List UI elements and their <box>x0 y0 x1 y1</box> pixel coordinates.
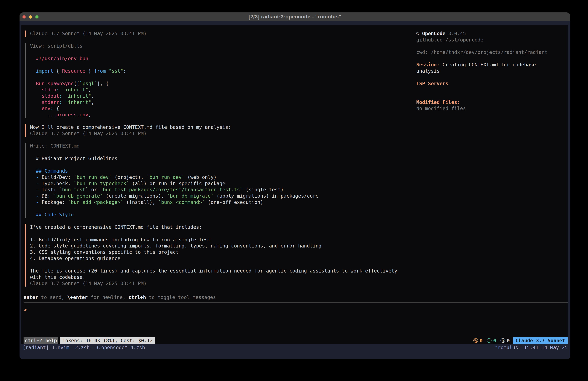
terminal-line: Now I'll create a comprehensive CONTEXT.… <box>30 124 412 131</box>
tmux-status-bar: [radiant] 1:nvim 2:zsh- 3:opencode* 4:zs… <box>20 344 570 359</box>
warnings-icon: ⓦ <box>473 337 478 344</box>
tmux-windows[interactable]: [radiant] 1:nvim 2:zsh- 3:opencode* 4:zs… <box>22 344 145 351</box>
assistant-message-summary: I've created a comprehensive CONTEXT.md … <box>25 224 412 287</box>
titlebar: [2/3] radiant:3:opencode - "romulus" <box>20 12 570 21</box>
assistant-accent-bar <box>25 30 26 37</box>
terminal-line: with this codebase. <box>30 274 412 280</box>
terminal-line: 4. Database operations guidance <box>30 255 412 262</box>
opencode-screen: Claude 3.7 Sonnet (14 May 2025 03:41 PM)… <box>21 25 568 344</box>
terminal-line: stdin: "inherit", <box>30 87 412 93</box>
terminal-line: Claude 3.7 Sonnet (14 May 2025 03:41 PM) <box>30 131 412 137</box>
tool-view-script-db: View: script/db.ts #!/usr/bin/env bun im… <box>25 43 412 118</box>
terminal-line: I've created a comprehensive CONTEXT.md … <box>30 224 412 230</box>
terminal-line: ## Code Style <box>30 212 412 218</box>
terminal-line <box>416 93 565 99</box>
terminal-line <box>30 62 412 68</box>
tool-accent-bar <box>25 43 26 118</box>
conversation: Claude 3.7 Sonnet (14 May 2025 03:41 PM)… <box>25 30 412 293</box>
terminal-line <box>30 74 412 81</box>
terminal-line: stderr: "inherit", <box>30 99 412 106</box>
assistant-accent-bar <box>25 224 26 287</box>
hints-count: 0 <box>507 338 510 344</box>
terminal-line <box>416 74 565 81</box>
terminal-line: Write: CONTEXT.md <box>30 143 412 149</box>
terminal-line: env: { <box>30 105 412 112</box>
terminal-line: Bun.spawnSync([`psql`], { <box>30 81 412 87</box>
terminal-line <box>30 262 412 268</box>
tool-accent-bar <box>25 143 26 218</box>
info-icon: ⓘ <box>487 337 492 344</box>
window-title: [2/3] radiant:3:opencode - "romulus" <box>249 14 341 20</box>
terminal-line: - Package: `bun add <package>` (install)… <box>30 199 412 205</box>
keybinding-hint: enter to send, \+enter for newline, ctrl… <box>23 294 216 301</box>
diagnostics: ⓦ0ⓘ0ⓗ0 <box>469 337 510 344</box>
assistant-message-intro: Now I'll create a comprehensive CONTEXT.… <box>25 124 412 136</box>
terminal-line: View: script/db.ts <box>30 43 412 49</box>
terminal-line <box>30 205 412 212</box>
tmux-session-clock: "romulus" 15:41 14-May-25 <box>495 344 568 351</box>
terminal-line: - TypeCheck: `bun run typecheck` (all) o… <box>30 180 412 187</box>
terminal-line: ...process.env, <box>30 112 412 118</box>
terminal-line: © OpenCode 0.0.45 <box>416 30 565 37</box>
terminal-line <box>30 149 412 156</box>
terminal-line: cwd: /home/thdxr/dev/projects/radiant/ra… <box>416 49 565 56</box>
terminal-line: No modified files <box>416 105 565 112</box>
diagnostic-hints: ⓗ0 <box>500 337 510 344</box>
terminal-line: Session: Creating CONTEXT.md for codebas… <box>416 62 565 68</box>
terminal-window: [2/3] radiant:3:opencode - "romulus" Cla… <box>20 12 570 359</box>
terminal-line <box>416 43 565 49</box>
terminal-line <box>30 49 412 56</box>
tool-write-context-md: Write: CONTEXT.md # Radiant Project Guid… <box>25 143 412 218</box>
terminal-line: enter to send, \+enter for newline, ctrl… <box>23 294 216 301</box>
terminal-line: - DB: `bun db generate` (create migratio… <box>30 193 412 199</box>
input-divider <box>23 302 568 303</box>
terminal-line: LSP Servers <box>416 81 565 87</box>
diagnostic-warnings: ⓦ0 <box>473 337 483 344</box>
terminal-line <box>416 87 565 93</box>
prompt-caret: > <box>24 307 27 313</box>
diagnostic-info: ⓘ0 <box>487 337 496 344</box>
block-body: Now I'll create a comprehensive CONTEXT.… <box>30 124 412 136</box>
hints-icon: ⓗ <box>500 337 505 344</box>
zoom-button[interactable] <box>35 15 39 19</box>
block-body: I've created a comprehensive CONTEXT.md … <box>30 224 412 287</box>
block-body: Claude 3.7 Sonnet (14 May 2025 03:41 PM) <box>30 30 412 37</box>
terminal-line: Claude 3.7 Sonnet (14 May 2025 03:41 PM) <box>30 280 412 287</box>
tokens-cost-badge: Tokens: 16.4K (8%), Cost: $0.12 <box>60 337 155 344</box>
terminal-line: - Build/Dev: `bun run dev` (project), `b… <box>30 174 412 180</box>
block-body: Write: CONTEXT.md # Radiant Project Guid… <box>30 143 412 218</box>
terminal-line: #!/usr/bin/env bun <box>30 56 412 62</box>
assistant-message-header: Claude 3.7 Sonnet (14 May 2025 03:41 PM) <box>25 30 412 37</box>
block-body: View: script/db.ts #!/usr/bin/env bun im… <box>30 43 412 118</box>
terminal-line: 2. Code style guidelines covering import… <box>30 243 412 249</box>
session-sidebar: © OpenCode 0.0.45github.com/sst/opencode… <box>416 30 565 112</box>
terminal-line: ## Commands <box>30 168 412 174</box>
warnings-count: 0 <box>480 338 483 344</box>
terminal-line: The file is concise (20 lines) and captu… <box>30 268 412 274</box>
terminal-line: analysis <box>416 68 565 74</box>
traffic-lights <box>20 15 39 19</box>
minimize-button[interactable] <box>29 15 32 19</box>
terminal-line <box>30 162 412 168</box>
terminal-line: github.com/sst/opencode <box>416 37 565 43</box>
info-count: 0 <box>493 338 496 344</box>
close-button[interactable] <box>22 15 26 19</box>
terminal-line: 1. Build/lint/test commands including ho… <box>30 237 412 243</box>
help-shortcut-badge: ctrl+? help <box>23 337 58 344</box>
model-badge: Claude 3.7 Sonnet <box>513 337 568 344</box>
status-bar: ctrl+? help Tokens: 16.4K (8%), Cost: $0… <box>23 337 568 344</box>
terminal-line <box>416 56 565 62</box>
terminal-line: 3. CSS styling conventions specific to t… <box>30 249 412 255</box>
terminal-line: Modified Files: <box>416 99 565 106</box>
terminal-line: - Test: `bun test` or `bun test packages… <box>30 187 412 193</box>
terminal-body: Claude 3.7 Sonnet (14 May 2025 03:41 PM)… <box>20 21 570 359</box>
terminal-line: # Radiant Project Guidelines <box>30 156 412 162</box>
assistant-accent-bar <box>25 124 26 136</box>
terminal-line: import { Resource } from "sst"; <box>30 68 412 74</box>
terminal-line <box>30 230 412 237</box>
terminal-line: Claude 3.7 Sonnet (14 May 2025 03:41 PM) <box>30 30 412 37</box>
terminal-line: stdout: "inherit", <box>30 93 412 99</box>
prompt-input[interactable]: > <box>24 307 556 313</box>
